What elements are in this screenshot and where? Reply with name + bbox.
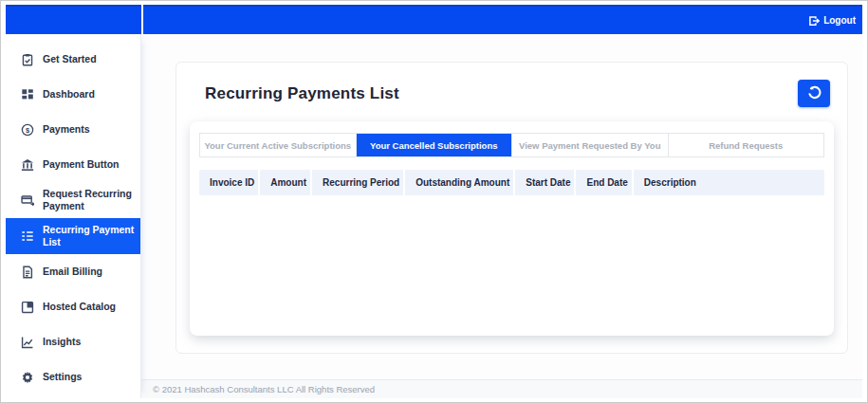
table-column-header: Outstanding Amount — [405, 170, 515, 195]
file-text-icon — [20, 265, 34, 279]
grid-icon — [20, 87, 34, 101]
clipboard-check-icon — [20, 52, 34, 66]
sidebar-item-payments[interactable]: $ Payments — [6, 112, 140, 147]
image-icon — [20, 300, 34, 314]
sidebar-item-email-billing[interactable]: Email Billing — [6, 254, 140, 289]
table-column-label: Recurring Period — [323, 177, 399, 188]
sidebar-item-request-recurring-payment[interactable]: Request Recurring Payment — [6, 182, 140, 218]
table-header-row: Invoice ID Amount Recurring Period — [199, 170, 824, 195]
topbar: Logout — [6, 5, 862, 34]
table-column-header: Amount — [260, 170, 312, 195]
tab-bar: Your Current Active Subscriptions Your C… — [199, 133, 824, 157]
footer: © 2021 Hashcash Consultants LLC All Righ… — [141, 379, 862, 398]
table-body-empty — [199, 195, 824, 309]
card-header: Recurring Payments List — [190, 80, 834, 107]
tab-label: View Payment Requested By You — [519, 140, 660, 151]
page-title: Recurring Payments List — [205, 84, 399, 103]
table-column-header: Start Date — [515, 170, 576, 195]
sidebar-item-label: Payment Button — [43, 158, 120, 171]
sidebar-item-label: Dashboard — [43, 88, 95, 101]
subscriptions-panel: Your Current Active Subscriptions Your C… — [190, 121, 834, 336]
sidebar-item-settings[interactable]: Settings — [6, 359, 140, 394]
history-icon — [807, 85, 822, 102]
table-column-label: Start Date — [526, 177, 570, 188]
tab-view-payment-requested-by-you[interactable]: View Payment Requested By You — [512, 134, 669, 156]
sidebar-item-hosted-catalog[interactable]: Hosted Catalog — [6, 289, 140, 324]
content: Recurring Payments List Your Current Act — [141, 34, 862, 379]
table-column-header: Invoice ID — [199, 170, 260, 195]
dollar-circle-icon: $ — [20, 122, 34, 137]
app-frame: Logout Get Started Dashboard — [0, 0, 868, 403]
gear-icon — [20, 370, 34, 384]
topbar-main: Logout — [143, 5, 862, 34]
tab-label: Refund Requests — [709, 140, 783, 151]
sidebar-item-dashboard[interactable]: Dashboard — [6, 77, 140, 112]
table-column-label: End Date — [586, 177, 627, 188]
table-column-label: Description — [644, 177, 696, 188]
table-column-header: Description — [634, 170, 824, 195]
sidebar-item-label: Hosted Catalog — [43, 301, 116, 313]
logout-icon — [808, 15, 820, 27]
sidebar: Get Started Dashboard $ Payments — [6, 34, 141, 398]
recurring-payments-card: Recurring Payments List Your Current Act — [175, 62, 848, 354]
sidebar-item-label: Recurring Payment List — [43, 224, 135, 248]
list-icon — [20, 229, 34, 244]
tab-your-cancelled-subscriptions[interactable]: Your Cancelled Subscriptions — [357, 134, 513, 156]
sidebar-item-label: Request Recurring Payment — [43, 188, 135, 212]
table-column-header: End Date — [576, 170, 633, 195]
bank-icon — [20, 157, 34, 172]
tab-label: Your Cancelled Subscriptions — [370, 140, 497, 151]
sidebar-item-get-started[interactable]: Get Started — [6, 42, 140, 77]
tab-label: Your Current Active Subscriptions — [204, 140, 351, 151]
sidebar-item-insights[interactable]: Insights — [6, 324, 140, 359]
sidebar-item-label: Get Started — [43, 53, 97, 65]
main-area: Recurring Payments List Your Current Act — [141, 34, 862, 398]
chart-icon — [20, 335, 34, 349]
table-column-header: Recurring Period — [312, 170, 405, 195]
sidebar-item-recurring-payment-list[interactable]: Recurring Payment List — [6, 218, 140, 254]
logout-label: Logout — [823, 15, 856, 26]
shell: Get Started Dashboard $ Payments — [6, 34, 862, 398]
table-column-label: Outstanding Amount — [416, 177, 509, 188]
table-column-label: Invoice ID — [210, 177, 254, 188]
sidebar-item-label: Payments — [43, 123, 90, 136]
copyright-text: © 2021 Hashcash Consultants LLC All Righ… — [153, 384, 375, 394]
topbar-brand-area — [6, 5, 141, 34]
app: Logout Get Started Dashboard — [6, 5, 862, 398]
card-request-icon — [20, 193, 34, 208]
logout-button[interactable]: Logout — [808, 15, 856, 27]
refresh-history-button[interactable] — [798, 80, 830, 107]
sidebar-item-label: Email Billing — [43, 266, 102, 278]
table-column-label: Amount — [270, 177, 306, 188]
svg-text:$: $ — [25, 125, 29, 134]
tab-your-current-active-subscriptions[interactable]: Your Current Active Subscriptions — [200, 134, 357, 156]
sidebar-item-label: Insights — [43, 336, 81, 348]
tab-refund-requests[interactable]: Refund Requests — [669, 134, 824, 156]
sidebar-item-payment-button[interactable]: Payment Button — [6, 147, 140, 182]
sidebar-item-label: Settings — [43, 371, 82, 383]
